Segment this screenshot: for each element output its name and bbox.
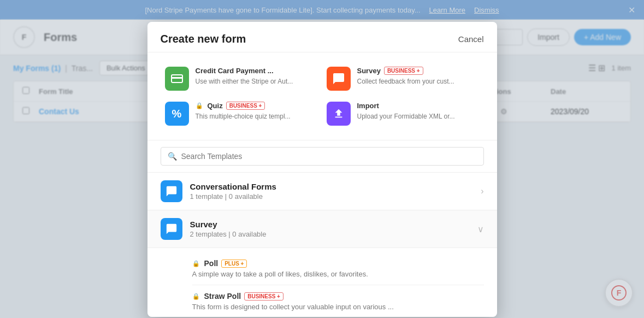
straw-poll-badge: BUSINESS + <box>244 292 283 301</box>
search-icon: 🔍 <box>168 152 177 161</box>
survey-category-name: Survey <box>190 220 470 229</box>
credit-card-name: Credit Card Payment ... <box>196 67 274 75</box>
quiz-icon: % <box>165 102 189 126</box>
survey-name: Survey <box>357 67 381 75</box>
svg-rect-1 <box>172 77 182 79</box>
template-card-quiz[interactable]: % 🔒 Quiz BUSINESS + This multiple-choice… <box>161 96 322 131</box>
credit-card-info: Credit Card Payment ... Use with either … <box>196 67 318 86</box>
quiz-desc: This multiple-choice quiz templ... <box>196 112 318 121</box>
modal-header: Create new form Cancel <box>147 22 497 52</box>
conversational-category-icon <box>161 180 182 202</box>
import-icon <box>327 102 351 126</box>
template-cards-grid: Credit Card Payment ... Use with either … <box>147 52 497 140</box>
survey-category-icon <box>161 218 182 240</box>
survey-chevron-icon: ∨ <box>477 224 484 234</box>
straw-poll-lock-icon: 🔒 <box>192 293 200 300</box>
modal-overlay: Create new form Cancel Credit Card Payme… <box>0 0 644 318</box>
category-row-conversational[interactable]: Conversational Forms 1 template | 0 avai… <box>147 173 497 210</box>
template-card-import[interactable]: Import Upload your Formidable XML or... <box>322 96 484 131</box>
create-form-modal: Create new form Cancel Credit Card Payme… <box>147 22 497 317</box>
survey-sub-templates: 🔒 Poll PLUS + A simple way to take a pol… <box>147 248 497 317</box>
poll-name: Poll <box>204 259 218 268</box>
poll-lock-icon: 🔒 <box>192 260 200 267</box>
template-search-input[interactable] <box>181 152 477 161</box>
survey-category-sub: 2 templates | 0 available <box>190 230 470 238</box>
survey-badge: BUSINESS + <box>384 67 423 75</box>
sub-template-straw-poll[interactable]: 🔒 Straw Poll BUSINESS + This form is des… <box>192 285 484 317</box>
modal-title: Create new form <box>161 33 246 45</box>
quiz-name: Quiz <box>208 102 223 110</box>
import-desc: Upload your Formidable XML or... <box>357 112 480 121</box>
conversational-chevron-icon: › <box>481 186 483 196</box>
conversational-category-name: Conversational Forms <box>190 182 474 191</box>
template-card-survey[interactable]: Survey BUSINESS + Collect feedback from … <box>322 61 484 96</box>
template-search-box: 🔍 <box>161 147 484 166</box>
template-search-section: 🔍 <box>147 140 497 173</box>
quiz-badge: BUSINESS + <box>226 102 265 110</box>
conversational-category-sub: 1 template | 0 available <box>190 192 474 201</box>
quiz-lock-icon: 🔒 <box>196 102 203 109</box>
credit-card-icon <box>165 67 189 91</box>
survey-icon <box>327 67 351 91</box>
cancel-button[interactable]: Cancel <box>458 34 484 44</box>
survey-info: Survey BUSINESS + Collect feedback from … <box>357 67 480 86</box>
conversational-category-info: Conversational Forms 1 template | 0 avai… <box>190 182 474 201</box>
survey-desc: Collect feedback from your cust... <box>357 77 480 86</box>
import-info: Import Upload your Formidable XML or... <box>357 102 480 121</box>
categories-section: Conversational Forms 1 template | 0 avai… <box>147 173 497 317</box>
survey-category-info: Survey 2 templates | 0 available <box>190 220 470 238</box>
poll-desc: A simple way to take a poll of likes, di… <box>192 270 484 278</box>
credit-card-desc: Use with either the Stripe or Aut... <box>196 77 318 86</box>
poll-badge: PLUS + <box>221 260 247 268</box>
category-row-survey[interactable]: Survey 2 templates | 0 available ∨ <box>147 210 497 248</box>
template-card-credit-card[interactable]: Credit Card Payment ... Use with either … <box>161 61 322 96</box>
straw-poll-name: Straw Poll <box>204 292 241 301</box>
straw-poll-desc: This form is designed to collect your va… <box>192 303 484 311</box>
quiz-info: 🔒 Quiz BUSINESS + This multiple-choice q… <box>196 102 318 121</box>
sub-template-poll[interactable]: 🔒 Poll PLUS + A simple way to take a pol… <box>192 252 484 285</box>
import-name: Import <box>357 102 379 110</box>
